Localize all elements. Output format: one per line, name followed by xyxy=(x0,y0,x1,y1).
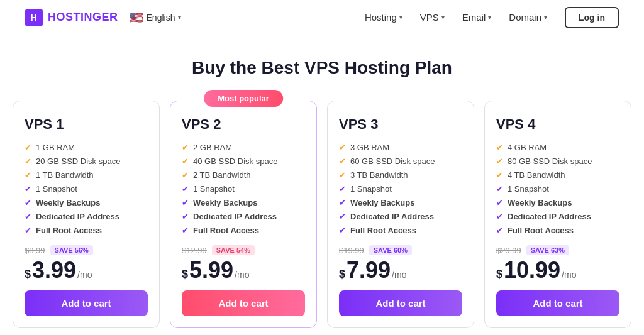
feature-ram: ✔ 1 GB RAM xyxy=(25,143,148,152)
pricing-row-vps2: $12.99 SAVE 54% xyxy=(182,245,305,255)
nav-vps[interactable]: VPS ▾ xyxy=(420,12,445,23)
check-icon: ✔ xyxy=(339,226,346,235)
feature-disk: ✔ 20 GB SSD Disk space xyxy=(25,157,148,166)
header: H HOSTINGER 🇺🇸 English ▾ Hosting ▾ VPS ▾… xyxy=(0,0,644,35)
check-icon: ✔ xyxy=(496,157,503,166)
chevron-down-icon: ▾ xyxy=(488,14,491,21)
plan-card-vps4: VPS 4 ✔ 4 GB RAM ✔ 80 GB SSD Disk space … xyxy=(484,101,631,328)
feature-snapshot: ✔ 1 Snapshot xyxy=(339,184,462,194)
plan-card-vps2: Most popular VPS 2 ✔ 2 GB RAM ✔ 40 GB SS… xyxy=(170,101,317,328)
feature-list-vps1: ✔ 1 GB RAM ✔ 20 GB SSD Disk space ✔ 1 TB… xyxy=(25,143,148,235)
price-period-vps4: /mo xyxy=(562,270,576,280)
price-value-vps2: 5.99 xyxy=(189,259,233,282)
feature-snapshot: ✔ 1 Snapshot xyxy=(25,184,148,194)
main-content: Buy the Best VPS Hosting Plan VPS 1 ✔ 1 … xyxy=(0,35,644,335)
price-value-vps1: 3.99 xyxy=(32,259,76,282)
check-icon: ✔ xyxy=(496,226,503,235)
original-price-vps1: $8.99 xyxy=(25,246,45,255)
check-icon: ✔ xyxy=(496,212,503,221)
header-left: H HOSTINGER 🇺🇸 English ▾ xyxy=(25,9,181,26)
price-period-vps1: /mo xyxy=(77,270,92,280)
currency-vps1: $ xyxy=(25,268,31,281)
login-button[interactable]: Log in xyxy=(565,7,619,28)
feature-disk: ✔ 60 GB SSD Disk space xyxy=(339,157,462,166)
save-badge-vps1: SAVE 56% xyxy=(50,245,93,255)
check-icon: ✔ xyxy=(339,184,346,194)
nav-domain[interactable]: Domain ▾ xyxy=(509,12,547,23)
logo[interactable]: H HOSTINGER xyxy=(25,9,118,26)
feature-ip: ✔ Dedicated IP Address xyxy=(25,212,148,221)
nav-hosting[interactable]: Hosting ▾ xyxy=(365,12,402,23)
check-icon: ✔ xyxy=(25,198,31,207)
language-label: English xyxy=(147,13,175,23)
check-icon: ✔ xyxy=(182,198,189,207)
plan-title-vps4: VPS 4 xyxy=(496,116,619,133)
feature-ip: ✔ Dedicated IP Address xyxy=(182,212,305,221)
original-price-vps3: $19.99 xyxy=(339,246,364,255)
check-icon: ✔ xyxy=(496,170,503,180)
feature-backups: ✔ Weekly Backups xyxy=(25,198,148,207)
feature-bandwidth: ✔ 2 TB Bandwidth xyxy=(182,170,305,180)
feature-root: ✔ Full Root Access xyxy=(182,226,305,235)
price-row-vps3: $ 7.99 /mo xyxy=(339,259,462,282)
add-to-cart-vps1[interactable]: Add to cart xyxy=(25,290,148,316)
plan-title-vps2: VPS 2 xyxy=(182,116,305,133)
check-icon: ✔ xyxy=(25,157,31,166)
language-selector[interactable]: 🇺🇸 English ▾ xyxy=(130,11,182,25)
flag-icon: 🇺🇸 xyxy=(130,11,143,25)
nav-vps-label: VPS xyxy=(420,12,439,23)
nav-email-label: Email xyxy=(462,12,486,23)
pricing-row-vps1: $8.99 SAVE 56% xyxy=(25,245,148,255)
check-icon: ✔ xyxy=(339,198,346,207)
feature-backups: ✔ Weekly Backups xyxy=(182,198,305,207)
chevron-down-icon: ▾ xyxy=(544,14,547,21)
logo-text: HOSTINGER xyxy=(48,11,118,24)
price-value-vps4: 10.99 xyxy=(504,259,560,282)
chevron-down-icon: ▾ xyxy=(441,14,445,21)
check-icon: ✔ xyxy=(25,170,31,180)
feature-ip: ✔ Dedicated IP Address xyxy=(339,212,462,221)
check-icon: ✔ xyxy=(25,184,31,194)
check-icon: ✔ xyxy=(182,170,189,180)
pricing-row-vps4: $29.99 SAVE 63% xyxy=(496,245,619,255)
feature-list-vps2: ✔ 2 GB RAM ✔ 40 GB SSD Disk space ✔ 2 TB… xyxy=(182,143,305,235)
plan-card-vps1: VPS 1 ✔ 1 GB RAM ✔ 20 GB SSD Disk space … xyxy=(13,101,160,328)
feature-backups: ✔ Weekly Backups xyxy=(339,198,462,207)
feature-snapshot: ✔ 1 Snapshot xyxy=(496,184,619,194)
feature-list-vps3: ✔ 3 GB RAM ✔ 60 GB SSD Disk space ✔ 3 TB… xyxy=(339,143,462,235)
check-icon: ✔ xyxy=(339,170,346,180)
feature-bandwidth: ✔ 3 TB Bandwidth xyxy=(339,170,462,180)
logo-icon: H xyxy=(25,9,43,26)
original-price-vps2: $12.99 xyxy=(182,246,207,255)
nav-hosting-label: Hosting xyxy=(365,12,397,23)
chevron-down-icon: ▾ xyxy=(399,14,402,21)
check-icon: ✔ xyxy=(496,184,503,194)
add-to-cart-vps2[interactable]: Add to cart xyxy=(182,290,305,316)
check-icon: ✔ xyxy=(496,143,503,152)
check-icon: ✔ xyxy=(339,143,346,152)
chevron-down-icon: ▾ xyxy=(178,14,181,21)
header-nav: Hosting ▾ VPS ▾ Email ▾ Domain ▾ Log in xyxy=(365,7,619,28)
check-icon: ✔ xyxy=(182,157,189,166)
feature-bandwidth: ✔ 1 TB Bandwidth xyxy=(25,170,148,180)
currency-vps4: $ xyxy=(496,268,502,281)
plan-title-vps1: VPS 1 xyxy=(25,116,148,133)
add-to-cart-vps4[interactable]: Add to cart xyxy=(496,290,619,316)
save-badge-vps2: SAVE 54% xyxy=(212,245,255,255)
price-row-vps2: $ 5.99 /mo xyxy=(182,259,305,282)
price-period-vps2: /mo xyxy=(235,270,249,280)
nav-domain-label: Domain xyxy=(509,12,541,23)
pricing-row-vps3: $19.99 SAVE 60% xyxy=(339,245,462,255)
check-icon: ✔ xyxy=(25,143,31,152)
currency-vps3: $ xyxy=(339,268,345,281)
plans-grid: VPS 1 ✔ 1 GB RAM ✔ 20 GB SSD Disk space … xyxy=(13,101,631,328)
add-to-cart-vps3[interactable]: Add to cart xyxy=(339,290,462,316)
nav-email[interactable]: Email ▾ xyxy=(462,12,492,23)
check-icon: ✔ xyxy=(496,198,503,207)
feature-ram: ✔ 2 GB RAM xyxy=(182,143,305,152)
check-icon: ✔ xyxy=(182,143,189,152)
price-period-vps3: /mo xyxy=(392,270,406,280)
check-icon: ✔ xyxy=(182,226,189,235)
feature-ip: ✔ Dedicated IP Address xyxy=(496,212,619,221)
feature-disk: ✔ 40 GB SSD Disk space xyxy=(182,157,305,166)
